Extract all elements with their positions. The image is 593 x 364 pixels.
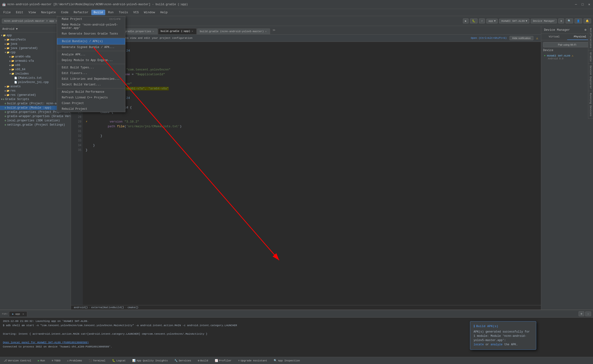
- tool-version-control[interactable]: ⎇ Version Control: [2, 358, 33, 363]
- debug-btn[interactable]: 🐛: [470, 19, 478, 23]
- dropdown-make-project[interactable]: Make Project Ctrl+F9: [57, 16, 125, 22]
- tab-gradle-props[interactable]: gradle.properties ✕: [122, 28, 157, 34]
- device-manager-btn[interactable]: Device Manager: [531, 19, 557, 23]
- upgrade-label: Upgrade Assistant: [241, 359, 267, 362]
- vtab-notifications[interactable]: Notifications: [588, 26, 593, 50]
- editor-tabs: ncnn-android-yolov5-master ✕ gradle.prop…: [71, 26, 541, 34]
- tool-services[interactable]: 🔧 Services: [172, 358, 193, 363]
- dropdown-make-module[interactable]: Make Module 'ncnn-android-yolov5-master.…: [57, 22, 125, 31]
- tab-gradle-props-close[interactable]: ✕: [153, 30, 154, 33]
- device-manager-settings[interactable]: ⚙: [585, 28, 586, 32]
- dropdown-clean-project[interactable]: Clean Project: [57, 101, 125, 106]
- dropdown-analyze-build[interactable]: Analyze Build Performance: [57, 89, 125, 95]
- menu-refactor[interactable]: Refactor: [71, 10, 91, 15]
- menu-tools[interactable]: Tools: [116, 10, 130, 15]
- menu-help[interactable]: Help: [158, 10, 170, 15]
- logcat-icon: 🐛: [112, 359, 115, 362]
- tab-build-gradle-app[interactable]: build.gradle (:app) ✕: [158, 28, 196, 34]
- dropdown-edit-libraries[interactable]: Edit Libraries and Dependencies...: [57, 76, 125, 82]
- settings-btn[interactable]: ⚙: [558, 19, 564, 23]
- tool-logcat[interactable]: 🐛 Logcat: [110, 358, 128, 363]
- app-label: app: [489, 20, 493, 22]
- dropdown-select-variant[interactable]: Select Build Variant...: [57, 82, 125, 88]
- menu-navigate[interactable]: Navigate: [39, 10, 58, 15]
- console-tab-app-close[interactable]: ✕: [22, 313, 24, 316]
- dropdown-run-generate[interactable]: Run Generate Sources Gradle Tasks: [57, 31, 125, 37]
- code-content[interactable]: compileSdkVersion 24 defaultConfig { app…: [83, 42, 541, 305]
- tree-item-local-props[interactable]: ⚙ local.properties (SDK Location): [0, 118, 71, 123]
- pair-wifi-button[interactable]: Pair using Wi-Fi: [543, 42, 591, 47]
- tab-build-gradle-ncnn-close[interactable]: ✕: [265, 30, 267, 33]
- menu-view[interactable]: View: [26, 10, 38, 15]
- tree-item-settings-gradle[interactable]: ⚙ settings.gradle (Project Settings): [0, 123, 71, 127]
- dropdown-edit-flavors[interactable]: Edit Flavors...: [57, 71, 125, 76]
- tree-item-gradle-wrapper[interactable]: ⚙ gradle-wrapper.properties (Gradle Vers…: [0, 114, 71, 118]
- dropdown-build-bundle[interactable]: Build Bundle(s) / APK(s): [57, 38, 125, 45]
- tool-profiler[interactable]: 📈 Profiler: [213, 358, 234, 363]
- tree-label-cmakelists: CMakeLists.txt: [18, 76, 42, 80]
- menu-code[interactable]: Code: [59, 10, 71, 15]
- android-dropdown[interactable]: Android ▼: [2, 27, 18, 31]
- device-selector[interactable]: HUAWEI SHT-AL09 ▼: [499, 19, 529, 23]
- vtab-gradle[interactable]: Gradle: [588, 50, 593, 64]
- dropdown-rebuild-project[interactable]: Rebuild Project: [57, 106, 125, 112]
- logcat-link[interactable]: Open logcat panel for HUAWEI SHT-AL09 (P…: [3, 341, 89, 344]
- tool-run[interactable]: ▶ Run: [36, 358, 47, 363]
- build-popup-locate-link[interactable]: locate: [474, 343, 484, 346]
- console-settings-btn[interactable]: ⚙: [579, 311, 585, 316]
- clean-project-label: Clean Project: [62, 102, 84, 105]
- build-menu-dropdown: Make Project Ctrl+F9 Make Module 'ncnn-a…: [57, 16, 125, 112]
- tree-label-java-gen: java (generated): [10, 47, 38, 50]
- edit-flavors-label: Edit Flavors...: [62, 72, 87, 75]
- menu-run[interactable]: Run: [106, 10, 116, 15]
- tree-label-build-gradle-app: build.gradle (Module :app): [7, 106, 51, 110]
- vtab-device-explorer[interactable]: Device Explorer: [588, 64, 593, 91]
- todo-icon: ≡: [52, 359, 53, 362]
- notifications-btn[interactable]: 🔔: [584, 19, 591, 23]
- make-project-label: Make Project: [62, 18, 82, 21]
- dropdown-sep-4: [57, 88, 125, 88]
- tab-build-gradle-ncnn[interactable]: build.gradle (ncnn-android-yolov5-master…: [197, 28, 270, 34]
- build-popup-analyze-link[interactable]: analyze: [491, 343, 502, 346]
- device-dropdown-icon: ▼: [526, 20, 527, 22]
- tool-app-quality[interactable]: 📊 App Quality Insights: [130, 358, 169, 363]
- tab-build-gradle-app-close[interactable]: ✕: [192, 30, 193, 33]
- close-button[interactable]: ✕: [587, 3, 591, 6]
- dropdown-generate-signed[interactable]: Generate Signed Bundle / APK...: [57, 45, 125, 50]
- breadcrumb-android[interactable]: android{}: [74, 306, 88, 309]
- run-debug-btn[interactable]: ▶: [463, 19, 469, 23]
- breadcrumb-cmake[interactable]: cmake{}: [128, 306, 138, 309]
- search-btn[interactable]: 🔍: [566, 19, 573, 23]
- profile-btn[interactable]: 👤: [574, 19, 582, 23]
- services-icon: 🔧: [174, 359, 178, 362]
- menu-file[interactable]: File: [1, 10, 13, 15]
- dropdown-edit-build-types[interactable]: Edit Build Types...: [57, 65, 125, 71]
- more-tabs-btn[interactable]: ≫: [271, 27, 277, 33]
- dropdown-refresh-cpp[interactable]: Refresh Linked C++ Projects: [57, 95, 125, 101]
- maximize-button[interactable]: □: [581, 3, 585, 6]
- notification-open-link[interactable]: Open (Ctrl+Alt+Shift+S): [471, 37, 507, 39]
- code-editor[interactable]: 13 14 15 16 17 18 19 20 21 22 23 24 25 2…: [71, 42, 541, 305]
- vtab-running-devices[interactable]: Running Devices: [588, 91, 593, 118]
- minimize-button[interactable]: ─: [574, 3, 578, 6]
- menu-vcs[interactable]: VCS: [131, 10, 141, 15]
- menu-window[interactable]: Window: [142, 10, 157, 15]
- menu-edit[interactable]: Edit: [13, 10, 26, 15]
- run-with-coverage[interactable]: ⚡: [479, 19, 485, 23]
- dropdown-analyze-apk[interactable]: Analyze APK...: [57, 52, 125, 58]
- tool-upgrade[interactable]: ⬆ Upgrade Assistant: [236, 358, 269, 363]
- tree-label-cpp: cpp: [10, 51, 16, 54]
- dm-tab-virtual[interactable]: Virtual: [541, 34, 567, 40]
- console-tab-app[interactable]: ▶ app ✕: [9, 311, 27, 317]
- app-selector[interactable]: app ▼: [486, 19, 498, 23]
- menu-build[interactable]: Build: [91, 10, 105, 15]
- dropdown-deploy-module[interactable]: Deploy Module to App Engine...: [57, 58, 125, 63]
- tool-inspection[interactable]: 🔍 App Inspection: [272, 358, 302, 363]
- hide-notification-btn[interactable]: Hide notification: [509, 36, 533, 40]
- breadcrumb-external[interactable]: externalNativeBuild{}: [91, 306, 124, 309]
- console-minimize-btn[interactable]: —: [585, 312, 591, 316]
- tool-todo[interactable]: ≡ TODO: [50, 359, 62, 363]
- tool-build[interactable]: ⚙ Build: [196, 358, 210, 363]
- tool-terminal[interactable]: ⬛ Terminal: [87, 358, 107, 363]
- tool-problems[interactable]: ⚠ Problems: [65, 358, 84, 363]
